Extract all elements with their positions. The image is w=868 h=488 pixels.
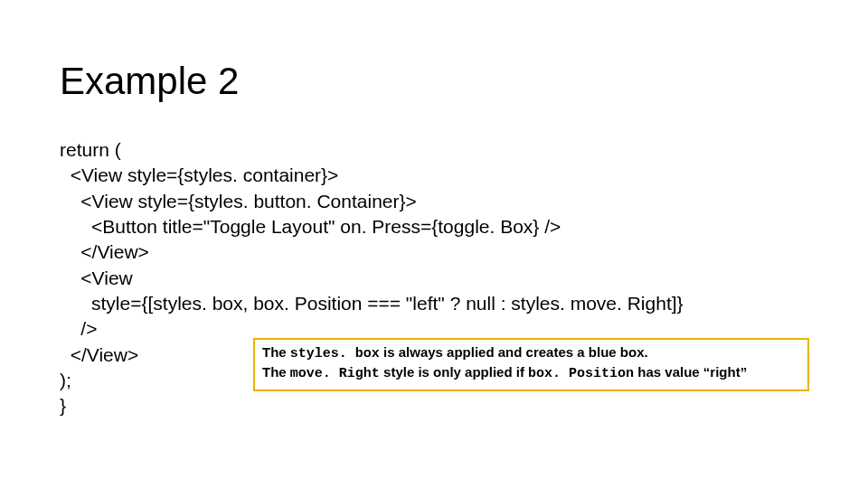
code-line: <Button title="Toggle Layout" on. Press=… (60, 216, 561, 237)
callout-line-2: The move. Right style is only applied if… (262, 363, 800, 383)
callout-text: The (262, 344, 290, 360)
code-line: return ( (60, 139, 121, 160)
slide-title: Example 2 (60, 60, 239, 103)
code-line: } (60, 395, 66, 416)
callout-text: is always applied and creates a blue box… (380, 344, 648, 360)
code-line: <View style={styles. container}> (60, 164, 338, 185)
callout-box: The styles. box is always applied and cr… (253, 338, 809, 391)
code-line: </View> (60, 344, 138, 365)
callout-text: style is only applied if (380, 364, 528, 380)
callout-code: move. Right (290, 366, 380, 381)
callout-code: box. Position (528, 366, 634, 381)
code-line: <View style={styles. button. Container}> (60, 191, 417, 211)
code-line: /> (60, 318, 97, 339)
callout-code: styles. box (290, 346, 380, 361)
slide: Example 2 return ( <View style={styles. … (0, 0, 868, 488)
callout-text: The (262, 364, 290, 380)
code-line: </View> (60, 241, 149, 262)
callout-line-1: The styles. box is always applied and cr… (262, 343, 800, 363)
code-line: ); (60, 370, 71, 390)
code-line: style={[styles. box, box. Position === "… (60, 293, 684, 314)
code-line: <View (60, 267, 133, 288)
callout-text: has value “right” (634, 364, 747, 380)
